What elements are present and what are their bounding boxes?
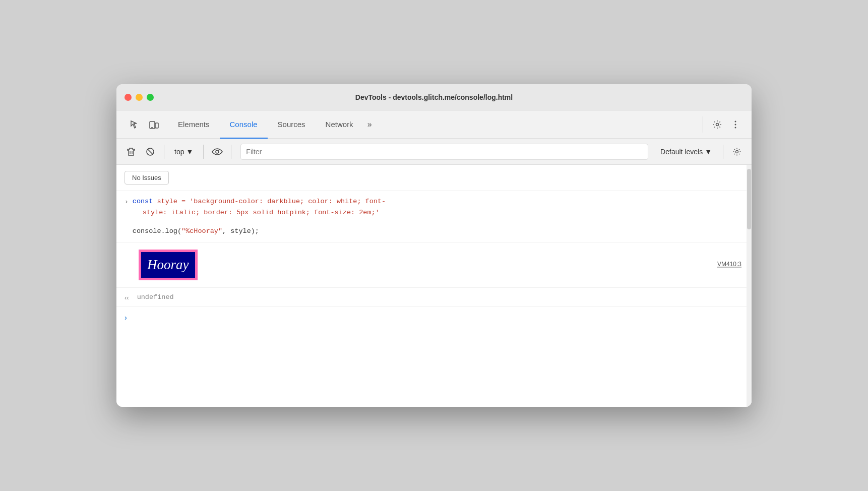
toolbar-divider-1 — [164, 145, 164, 159]
minimize-button[interactable] — [136, 94, 143, 101]
svg-marker-7 — [128, 148, 135, 155]
svg-point-5 — [735, 124, 736, 125]
maximize-button[interactable] — [147, 94, 154, 101]
filter-input[interactable] — [240, 144, 648, 160]
toolbar-divider-4 — [723, 145, 723, 159]
return-chevron: ‹‹ — [125, 294, 129, 301]
block-icon[interactable] — [142, 143, 159, 160]
settings-icon[interactable] — [709, 116, 725, 133]
undefined-row: ‹‹ undefined — [116, 288, 752, 307]
svg-rect-1 — [155, 123, 158, 128]
hooray-output-row: Hooray VM410:3 — [116, 242, 752, 288]
devtools-window: DevTools - devtools.glitch.me/console/lo… — [116, 84, 752, 407]
tabbar-right-controls — [699, 116, 748, 133]
window-controls — [125, 94, 154, 101]
prompt-row: › — [116, 307, 752, 327]
hooray-styled-output: Hooray — [139, 250, 198, 280]
svg-point-3 — [716, 123, 719, 126]
log-levels-selector[interactable]: Default levels ▼ — [654, 146, 718, 158]
console-toolbar: top ▼ Default levels ▼ — [116, 139, 752, 165]
code-content: const style = 'background-color: darkblu… — [133, 196, 743, 237]
svg-point-4 — [735, 120, 736, 122]
tab-elements[interactable]: Elements — [168, 110, 220, 139]
code-line-2: style: italic; border: 5px solid hotpink… — [133, 207, 743, 218]
inspect-element-icon[interactable] — [127, 116, 143, 133]
svg-point-6 — [735, 127, 736, 128]
svg-point-13 — [736, 150, 738, 153]
context-selector[interactable]: top ▼ — [169, 146, 198, 158]
more-options-icon[interactable] — [727, 116, 743, 133]
tabbar-divider — [703, 116, 703, 133]
window-title: DevTools - devtools.glitch.me/console/lo… — [355, 93, 513, 101]
eye-icon[interactable] — [209, 143, 226, 160]
more-tabs-button[interactable]: » — [363, 110, 376, 139]
code-spacer — [133, 218, 743, 226]
no-issues-button[interactable]: No Issues — [125, 171, 169, 185]
undefined-output: undefined — [137, 293, 174, 301]
titlebar: DevTools - devtools.glitch.me/console/lo… — [116, 84, 752, 110]
issues-bar: No Issues — [116, 165, 752, 191]
toolbar-divider-2 — [203, 145, 204, 159]
input-chevron[interactable]: › — [125, 313, 127, 322]
device-toolbar-icon[interactable] — [146, 116, 162, 133]
scrollbar-thumb[interactable] — [747, 169, 751, 229]
tab-sources[interactable]: Sources — [268, 110, 316, 139]
tabbar: Elements Console Sources Network » — [116, 110, 752, 139]
code-entry-row: › const style = 'background-color: darkb… — [116, 191, 752, 242]
toolbar-divider-3 — [231, 145, 231, 159]
svg-line-11 — [148, 149, 153, 154]
console-area: No Issues › const style = 'background-co… — [116, 165, 752, 407]
console-settings-icon[interactable] — [728, 143, 746, 160]
scrollbar-track[interactable] — [747, 165, 752, 407]
close-button[interactable] — [125, 94, 132, 101]
vm-source-link[interactable]: VM410:3 — [717, 260, 741, 270]
code-line-1: const style = 'background-color: darkblu… — [133, 196, 743, 207]
tab-console[interactable]: Console — [220, 110, 268, 139]
clear-console-button[interactable] — [122, 143, 140, 160]
expand-chevron[interactable]: › — [125, 197, 129, 208]
tabbar-icons — [120, 116, 168, 133]
code-line-3: console.log("%cHooray", style); — [133, 226, 743, 237]
svg-point-12 — [216, 150, 219, 153]
tab-network[interactable]: Network — [316, 110, 363, 139]
